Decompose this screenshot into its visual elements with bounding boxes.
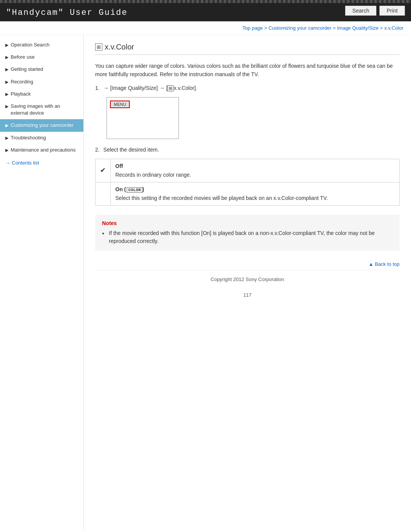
arrow-icon: ▶ xyxy=(5,91,8,97)
main-content: ⊞ x.v.Color You can capture wider range … xyxy=(84,35,411,530)
sidebar-item-troubleshooting[interactable]: ▶ Troubleshooting xyxy=(0,132,83,144)
header-buttons: Search Print xyxy=(345,6,405,16)
footer: Copyright 2012 Sony Corporation xyxy=(95,270,400,288)
sidebar-item-saving-images[interactable]: ▶ Saving images with an external device xyxy=(0,100,83,119)
breadcrumb-xvcolor[interactable]: x.v.Color xyxy=(384,25,403,31)
check-cell-off: ✔ xyxy=(96,159,111,182)
step-1: 1. → [Image Quality/Size] → [⊞x.v.Color]… xyxy=(95,85,400,91)
table-row: ✔ Off Records in ordinary color range. xyxy=(96,159,400,182)
layout: ▶ Operation Search ▶ Before use ▶ Gettin… xyxy=(0,35,411,530)
back-to-top-link[interactable]: ▲ Back to top xyxy=(368,261,400,267)
arrow-right-icon: → xyxy=(5,160,10,166)
sidebar-item-getting-started[interactable]: ▶ Getting started xyxy=(0,63,83,75)
arrow-icon: ▶ xyxy=(5,42,8,48)
sidebar-item-customizing[interactable]: ▶ Customizing your camcorder xyxy=(0,119,83,131)
options-table: ✔ Off Records in ordinary color range. O… xyxy=(95,159,400,206)
step-2: 2. Select the desired item. xyxy=(95,147,400,153)
menu-screenshot: MENU xyxy=(107,97,179,139)
arrow-icon: ▶ xyxy=(5,147,8,153)
arrow-icon: ▶ xyxy=(5,104,8,109)
app-title: "Handycam" User Guide xyxy=(6,8,127,18)
notes-title: Notes xyxy=(102,220,393,226)
search-button[interactable]: Search xyxy=(345,6,376,16)
menu-button-sim: MENU xyxy=(110,101,130,108)
contents-list-link[interactable]: → Contents list xyxy=(0,156,83,169)
header: "Handycam" User Guide Search Print xyxy=(0,0,411,21)
notes-list: If the movie recorded with this function… xyxy=(102,229,393,245)
sidebar-item-maintenance[interactable]: ▶ Maintenance and precautions xyxy=(0,144,83,156)
page-number: 117 xyxy=(95,288,400,302)
table-row: On (COLOR) Select this setting if the re… xyxy=(96,182,400,205)
sidebar-item-playback[interactable]: ▶ Playback xyxy=(0,88,83,100)
sidebar-item-recording[interactable]: ▶ Recording xyxy=(0,76,83,88)
option-off: Off Records in ordinary color range. xyxy=(111,159,400,182)
step2-instruction: Select the desired item. xyxy=(104,147,159,153)
step1-arrow: → xyxy=(104,85,110,91)
breadcrumb: Top page > Customizing your camcorder > … xyxy=(0,21,411,35)
color-badge: COLOR xyxy=(127,187,142,193)
arrow-icon: ▶ xyxy=(5,135,8,141)
step1-instruction: [Image Quality/Size] → [⊞x.v.Color]. xyxy=(110,85,197,91)
option-on: On (COLOR) Select this setting if the re… xyxy=(111,182,400,205)
arrow-icon: ▶ xyxy=(5,123,8,128)
option-on-desc: Select this setting if the recorded movi… xyxy=(115,194,395,202)
page-title: ⊞ x.v.Color xyxy=(95,43,400,55)
sidebar-item-before-use[interactable]: ▶ Before use xyxy=(0,51,83,63)
notes-section: Notes If the movie recorded with this fu… xyxy=(95,215,400,251)
arrow-icon: ▶ xyxy=(5,54,8,60)
print-button[interactable]: Print xyxy=(379,6,405,16)
option-on-label: On (COLOR) xyxy=(115,185,395,193)
arrow-icon: ▶ xyxy=(5,79,8,85)
option-off-desc: Records in ordinary color range. xyxy=(115,171,395,179)
body-text: You can capture wider range of colors. V… xyxy=(95,62,400,79)
list-item: If the movie recorded with this function… xyxy=(102,229,393,245)
arrow-icon: ▶ xyxy=(5,67,8,72)
breadcrumb-image-quality[interactable]: Image Quality/Size xyxy=(337,25,379,31)
sidebar: ▶ Operation Search ▶ Before use ▶ Gettin… xyxy=(0,35,84,530)
back-to-top[interactable]: ▲ Back to top xyxy=(95,258,400,270)
sidebar-item-operation-search[interactable]: ▶ Operation Search xyxy=(0,39,83,51)
title-icon: ⊞ xyxy=(95,43,102,51)
check-cell-on xyxy=(96,182,111,205)
breadcrumb-customizing[interactable]: Customizing your camcorder xyxy=(268,25,331,31)
option-off-label: Off xyxy=(115,162,395,170)
breadcrumb-top[interactable]: Top page xyxy=(242,25,263,31)
